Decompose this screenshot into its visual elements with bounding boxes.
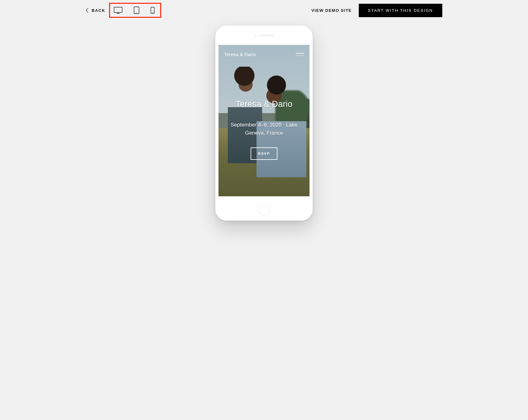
phone-home-button[interactable] <box>258 203 270 216</box>
phone-screen: Teresa & Dario Teresa & Dario September … <box>218 45 310 196</box>
desktop-preview-button[interactable] <box>114 7 122 14</box>
hero-title: Teresa & Dario <box>236 99 293 109</box>
tablet-icon <box>134 7 139 14</box>
svg-point-2 <box>136 13 137 13</box>
site-title-small[interactable]: Teresa & Dario <box>224 52 256 57</box>
svg-rect-0 <box>114 7 122 12</box>
phone-top-hardware <box>215 26 313 45</box>
phone-camera-icon <box>255 35 256 36</box>
hero-subtitle: September 4–6, 2020 · Lake Geneva, Franc… <box>223 121 305 137</box>
hamburger-icon <box>296 53 304 54</box>
topbar: BACK VIEW D <box>73 0 455 21</box>
tablet-preview-button[interactable] <box>134 7 139 14</box>
phone-speaker-icon <box>259 35 274 36</box>
rsvp-button[interactable]: RSVP <box>251 147 277 160</box>
view-demo-link[interactable]: VIEW DEMO SITE <box>311 8 352 13</box>
chevron-left-icon <box>86 8 89 13</box>
start-design-button[interactable]: START WITH THIS DESIGN <box>359 4 442 17</box>
back-button[interactable]: BACK <box>86 8 105 13</box>
mobile-preview-button[interactable] <box>151 7 155 14</box>
hero-content: Teresa & Dario September 4–6, 2020 · Lak… <box>218 99 310 160</box>
phone-mockup: Teresa & Dario Teresa & Dario September … <box>215 26 313 221</box>
hamburger-icon <box>296 55 304 56</box>
template-preview-stage: BACK VIEW D <box>73 0 455 303</box>
site-header: Teresa & Dario <box>218 45 310 57</box>
svg-point-4 <box>152 12 153 13</box>
menu-button[interactable] <box>296 53 304 56</box>
back-label: BACK <box>92 8 105 13</box>
mobile-icon <box>151 7 155 14</box>
device-preview-controls <box>109 3 161 18</box>
desktop-icon <box>114 7 122 14</box>
